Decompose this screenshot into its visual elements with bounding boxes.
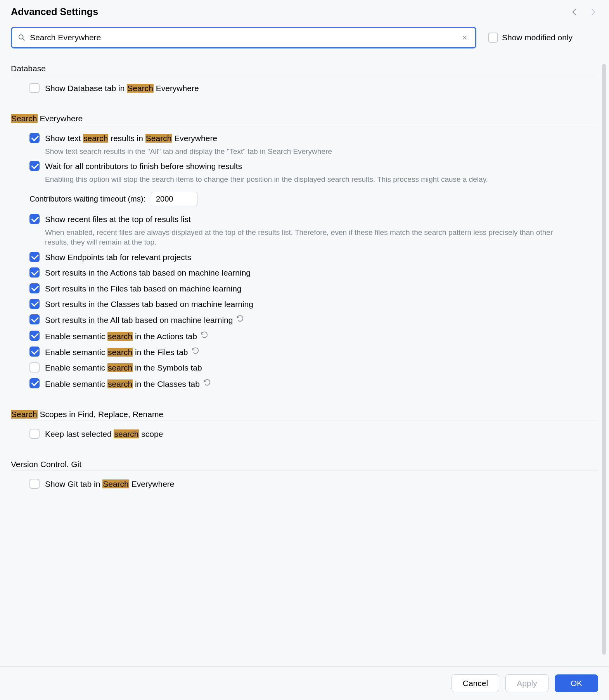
- settings-content: DatabaseShow Database tab in Search Ever…: [0, 52, 609, 666]
- setting-checkbox[interactable]: [29, 161, 40, 171]
- section-title: Database: [11, 64, 598, 75]
- settings-section: DatabaseShow Database tab in Search Ever…: [11, 64, 598, 96]
- setting-label: Enable semantic search in the Actions ta…: [45, 331, 209, 342]
- nav-back-icon[interactable]: [569, 7, 580, 17]
- nav-arrows-group: [569, 7, 598, 17]
- revert-icon[interactable]: [191, 347, 200, 355]
- apply-button: Apply: [505, 674, 548, 692]
- highlight: search: [107, 363, 133, 372]
- setting-description: When enabled, recent files are always di…: [45, 228, 569, 247]
- setting-checkbox[interactable]: [29, 133, 40, 143]
- setting-checkbox[interactable]: [29, 267, 40, 278]
- highlight: Search: [145, 134, 172, 143]
- clear-search-icon[interactable]: [460, 33, 470, 43]
- scrollbar[interactable]: [602, 64, 606, 655]
- setting-row: Show recent files at the top of results …: [11, 212, 598, 250]
- section-title: Search Scopes in Find, Replace, Rename: [11, 410, 598, 421]
- revert-icon[interactable]: [236, 314, 244, 323]
- highlight: search: [114, 429, 139, 438]
- setting-row: Show Endpoints tab for relevant projects: [11, 250, 598, 265]
- highlight: search: [107, 379, 133, 388]
- dialog-footer: Cancel Apply OK: [0, 666, 609, 700]
- settings-section: Search EverywhereShow text search result…: [11, 114, 598, 392]
- setting-label: Sort results in the Files tab based on m…: [45, 283, 242, 294]
- setting-row: Enable semantic search in the Actions ta…: [11, 328, 598, 344]
- highlight: search: [83, 134, 108, 143]
- setting-row: Sort results in the All tab based on mac…: [11, 312, 598, 328]
- highlight: Search: [102, 479, 129, 488]
- show-modified-checkbox[interactable]: [488, 33, 498, 43]
- setting-checkbox[interactable]: [29, 479, 40, 489]
- setting-row: Enable semantic search in the Classes ta…: [11, 376, 598, 392]
- section-title: Version Control. Git: [11, 460, 598, 471]
- show-modified-only-toggle[interactable]: Show modified only: [488, 33, 573, 43]
- setting-label: Sort results in the All tab based on mac…: [45, 314, 244, 326]
- setting-checkbox[interactable]: [29, 252, 40, 262]
- dialog-header: Advanced Settings: [0, 0, 609, 21]
- setting-row: Wait for all contributors to finish befo…: [11, 159, 598, 186]
- setting-row: Keep last selected search scope: [11, 426, 598, 442]
- setting-label: Enable semantic search in the Files tab: [45, 347, 200, 358]
- highlight: Search: [11, 410, 38, 419]
- setting-label: Show Database tab in Search Everywhere: [45, 83, 199, 94]
- setting-checkbox[interactable]: [29, 314, 40, 324]
- setting-label: Keep last selected search scope: [45, 429, 163, 440]
- setting-label: Show text search results in Search Every…: [45, 133, 332, 144]
- search-icon: [17, 33, 26, 42]
- setting-row: Sort results in the Classes tab based on…: [11, 297, 598, 312]
- setting-checkbox[interactable]: [29, 429, 40, 439]
- setting-description: Enabling this option will stop the searc…: [45, 174, 488, 184]
- section-title: Search Everywhere: [11, 114, 598, 125]
- setting-row: Show Database tab in Search Everywhere: [11, 81, 598, 96]
- setting-checkbox[interactable]: [29, 283, 40, 293]
- highlight: Search: [127, 84, 154, 93]
- setting-checkbox[interactable]: [29, 347, 40, 357]
- settings-section: Search Scopes in Find, Replace, RenameKe…: [11, 410, 598, 442]
- setting-row: Enable semantic search in the Symbols ta…: [11, 360, 598, 376]
- highlight: search: [107, 332, 133, 341]
- settings-section: Version Control. GitShow Git tab in Sear…: [11, 460, 598, 492]
- setting-checkbox[interactable]: [29, 214, 40, 224]
- setting-checkbox[interactable]: [29, 331, 40, 341]
- setting-label: Show Endpoints tab for relevant projects: [45, 252, 191, 263]
- show-modified-label: Show modified only: [502, 33, 573, 42]
- nav-forward-icon[interactable]: [588, 7, 598, 17]
- setting-row: Show Git tab in Search Everywhere: [11, 476, 598, 492]
- setting-checkbox[interactable]: [29, 299, 40, 309]
- setting-row: Enable semantic search in the Files tab: [11, 344, 598, 360]
- setting-description: Show text search results in the "All" ta…: [45, 147, 332, 157]
- search-input[interactable]: [30, 33, 460, 42]
- setting-label: Show recent files at the top of results …: [45, 214, 569, 225]
- setting-label: Wait for all contributors to finish befo…: [45, 161, 488, 172]
- ok-button[interactable]: OK: [555, 674, 598, 692]
- timeout-input[interactable]: [151, 192, 197, 206]
- revert-icon[interactable]: [203, 378, 211, 387]
- setting-checkbox[interactable]: [29, 83, 40, 93]
- setting-checkbox[interactable]: [29, 362, 40, 372]
- top-bar: Show modified only: [0, 21, 609, 52]
- setting-label: Enable semantic search in the Classes ta…: [45, 378, 211, 390]
- cancel-button[interactable]: Cancel: [452, 674, 499, 692]
- page-title: Advanced Settings: [11, 6, 98, 17]
- setting-checkbox[interactable]: [29, 378, 40, 388]
- setting-row: Sort results in the Files tab based on m…: [11, 281, 598, 297]
- search-field-wrapper[interactable]: [11, 27, 476, 48]
- timeout-setting-row: Contributors waiting timeout (ms):: [11, 186, 598, 212]
- highlight: search: [107, 348, 133, 357]
- svg-point-0: [19, 35, 23, 39]
- setting-label: Sort results in the Classes tab based on…: [45, 299, 253, 310]
- setting-row: Show text search results in Search Every…: [11, 131, 598, 159]
- setting-label: Sort results in the Actions tab based on…: [45, 267, 251, 278]
- setting-row: Sort results in the Actions tab based on…: [11, 265, 598, 281]
- revert-icon[interactable]: [200, 331, 209, 339]
- setting-label: Enable semantic search in the Symbols ta…: [45, 362, 202, 373]
- highlight: Search: [11, 114, 38, 123]
- setting-label: Show Git tab in Search Everywhere: [45, 479, 175, 490]
- setting-input-label: Contributors waiting timeout (ms):: [29, 195, 145, 203]
